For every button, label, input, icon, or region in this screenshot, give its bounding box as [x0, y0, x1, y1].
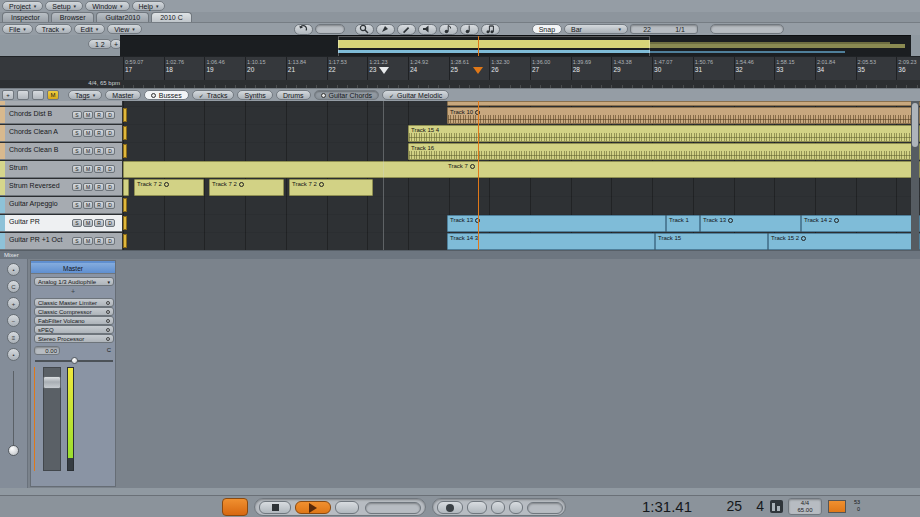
tool-pencil-button[interactable]	[397, 24, 416, 35]
bars-beats-icon[interactable]	[770, 500, 783, 513]
tool-note-quarter-button[interactable]	[460, 24, 479, 35]
tag-pill-tags[interactable]: Tags▾	[68, 90, 102, 100]
plugin-slot-stereo-processor[interactable]: Stereo Processor	[34, 334, 114, 343]
mixer-side-button-1[interactable]: •	[7, 263, 20, 276]
clip-track-14-2[interactable]: Track 14 2	[801, 215, 920, 232]
clip-item[interactable]	[123, 179, 129, 196]
edit-cursor-marker-icon[interactable]	[379, 67, 389, 74]
track-header-guitar-pr-1-oct[interactable]: Guitar PR +1 OctSMRD	[0, 233, 122, 250]
clip-track-7-2[interactable]: Track 7 2	[289, 179, 373, 196]
track-r-button[interactable]: R	[94, 183, 104, 191]
tempo-signature-box[interactable]: 4/4 65.00	[788, 498, 822, 515]
tag-pill-busses[interactable]: Busses	[144, 90, 189, 100]
plugin-slot-fabfilter-volcano[interactable]: FabFilter Volcano	[34, 316, 114, 325]
tag-pill-drums[interactable]: Drums	[276, 90, 311, 100]
edit-pencil-icon[interactable]	[864, 500, 877, 513]
track-s-button[interactable]: S	[72, 111, 82, 119]
toolbar-menu-edit[interactable]: Edit▾	[74, 24, 106, 34]
stop-button[interactable]	[259, 501, 291, 514]
pan-slider-knob[interactable]	[71, 357, 78, 364]
tool-speaker-button[interactable]	[418, 24, 437, 35]
tag-pill-master[interactable]: Master	[105, 90, 140, 100]
tag-tool-button-2[interactable]	[17, 90, 29, 100]
grid-mode-select[interactable]: Bar▾	[564, 24, 628, 34]
play-button[interactable]	[295, 501, 331, 514]
clip-track-1[interactable]: Track 1	[666, 215, 700, 232]
tool-note-eighth-button[interactable]	[439, 24, 458, 35]
track-r-button[interactable]: R	[94, 219, 104, 227]
track-r-button[interactable]: R	[94, 147, 104, 155]
menu-setup[interactable]: Setup▾	[45, 1, 83, 11]
output-device-select[interactable]: Analog 1/3 Audiophile▾	[34, 277, 114, 286]
track-header-guitar-pr[interactable]: Guitar PRSMRD	[0, 215, 122, 232]
clip-track-15-4[interactable]: Track 15 4	[408, 125, 920, 142]
track-s-button[interactable]: S	[72, 129, 82, 137]
clip-track-15-2[interactable]: Track 15 2	[768, 233, 920, 250]
tag-pill-synths[interactable]: Synths	[237, 90, 272, 100]
toolbar-menu-track[interactable]: Track▾	[35, 24, 72, 34]
mixer-side-slider-knob[interactable]	[8, 445, 19, 456]
track-s-button[interactable]: S	[72, 183, 82, 191]
menu-project[interactable]: Project▾	[2, 1, 43, 11]
arrange-scrollbar-thumb[interactable]	[912, 103, 918, 147]
tag-pill-guitar-melodic[interactable]: ✓Guitar Melodic	[382, 90, 449, 100]
tag-tool-button-1[interactable]: +	[2, 90, 14, 100]
nav-zoom-preset-button[interactable]: 1 2	[88, 39, 112, 49]
loop-button[interactable]	[335, 501, 359, 514]
track-r-button[interactable]: R	[94, 111, 104, 119]
name-input[interactable]	[710, 24, 784, 34]
plugin-slot-classic-compressor[interactable]: Classic Compressor	[34, 307, 114, 316]
track-r-button[interactable]: R	[94, 237, 104, 245]
track-header-guitar-arpeggio[interactable]: Guitar ArpeggioSMRD	[0, 197, 122, 214]
track-m-button[interactable]: M	[83, 165, 93, 173]
track-header-strum-reversed[interactable]: Strum ReversedSMRD	[0, 179, 122, 196]
track-s-button[interactable]: S	[72, 219, 82, 227]
timeline-ruler[interactable]: 0:59.07171:02.76181:06.46191:10.15201:13…	[0, 56, 920, 80]
count-in-button[interactable]	[491, 501, 505, 514]
track-d-button[interactable]: D	[105, 147, 115, 155]
mixer-side-button-3[interactable]: +	[7, 297, 20, 310]
clip-track-16[interactable]: Track 16	[408, 143, 920, 160]
track-m-button[interactable]: M	[83, 147, 93, 155]
mixer-side-button-5[interactable]: ≡	[7, 331, 20, 344]
doc-tab-browser[interactable]: Browser	[51, 12, 95, 22]
metronome-button[interactable]	[467, 501, 487, 514]
track-header-chords-clean-b[interactable]: Chords Clean BSMRD	[0, 143, 122, 160]
track-m-button[interactable]: M	[83, 129, 93, 137]
clip-track-7-2[interactable]: Track 7 2	[134, 179, 204, 196]
tool-magnify-button[interactable]	[355, 24, 374, 35]
track-d-button[interactable]: D	[105, 111, 115, 119]
power-button[interactable]	[222, 498, 248, 516]
clip-track-15[interactable]: Track 15	[655, 233, 768, 250]
overview-navigator[interactable]	[120, 35, 911, 56]
clip-track-7-2[interactable]: Track 7 2	[209, 179, 284, 196]
strip-header[interactable]: Master	[31, 261, 115, 274]
plugin-slot-classic-master-limiter[interactable]: Classic Master Limiter	[34, 298, 114, 307]
track-d-button[interactable]: D	[105, 201, 115, 209]
fader-handle[interactable]	[43, 376, 61, 389]
mixer-side-button-2[interactable]: C	[7, 280, 20, 293]
track-r-button[interactable]: R	[94, 129, 104, 137]
doc-tab-2010-c[interactable]: 2010 C	[151, 12, 192, 22]
clip-track-7[interactable]: Track 7	[123, 161, 920, 178]
clip-track-13[interactable]: Track 13	[447, 215, 666, 232]
track-r-button[interactable]: R	[94, 165, 104, 173]
track-header-item[interactable]	[0, 101, 122, 106]
clip-track-10[interactable]: Track 10	[447, 107, 920, 124]
playhead-marker-icon[interactable]	[473, 67, 483, 74]
track-m-button[interactable]: M	[83, 201, 93, 209]
doc-tab-inspector[interactable]: Inspector	[2, 12, 49, 22]
plugin-slot-speq[interactable]: sPEQ	[34, 325, 114, 334]
nav-viewport-box[interactable]	[338, 36, 650, 56]
track-s-button[interactable]: S	[72, 237, 82, 245]
track-header-strum[interactable]: StrumSMRD	[0, 161, 122, 178]
track-s-button[interactable]: S	[72, 165, 82, 173]
track-header-chords-dist-b[interactable]: Chords Dist BSMRD	[0, 107, 122, 124]
toolbar-menu-view[interactable]: View▾	[107, 24, 142, 34]
tag-pill-guitar-chords[interactable]: Guitar Chords	[314, 90, 380, 100]
track-s-button[interactable]: S	[72, 147, 82, 155]
menu-help[interactable]: Help▾	[132, 1, 166, 11]
track-d-button[interactable]: D	[105, 219, 115, 227]
track-d-button[interactable]: D	[105, 165, 115, 173]
track-m-button[interactable]: M	[83, 111, 93, 119]
